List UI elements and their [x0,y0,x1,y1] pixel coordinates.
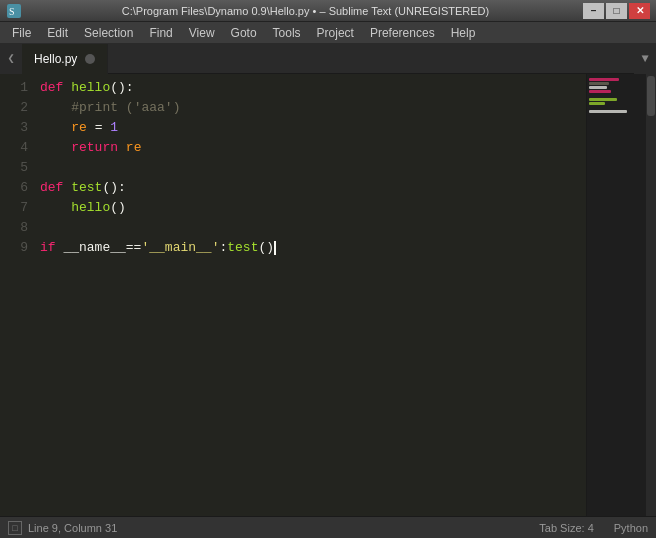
token-plain: = [87,120,110,135]
minimize-button[interactable]: – [583,3,604,19]
token-plain [40,200,71,215]
line-number-5: 5 [0,158,28,178]
svg-text:S: S [9,6,15,17]
editor: 123456789 def hello(): #print ('aaa') re… [0,74,656,516]
title-bar-text: C:\Program Files\Dynamo 0.9\Hello.py • –… [28,5,583,17]
line-number-4: 4 [0,138,28,158]
menu-item-edit[interactable]: Edit [39,24,76,42]
token-paren: (): [102,180,125,195]
token-paren: () [258,240,274,255]
menu-item-tools[interactable]: Tools [265,24,309,42]
menu-item-view[interactable]: View [181,24,223,42]
token-kw: def [40,180,71,195]
vertical-scrollbar[interactable] [646,74,656,516]
token-fn: test [71,180,102,195]
token-fn: hello [71,200,110,215]
active-tab[interactable]: Hello.py [22,44,108,74]
tab-nav-right[interactable]: ▼ [634,44,656,74]
code-line-8 [40,218,586,238]
status-left: □ Line 9, Column 31 [8,521,117,535]
tab-close-button[interactable] [85,54,95,64]
minimap-content [587,74,646,118]
token-string: '__main__' [141,240,219,255]
token-fn: test [227,240,258,255]
token-paren: (): [110,80,133,95]
tab-bar: ❮ Hello.py ▼ [0,44,656,74]
code-line-4: return re [40,138,586,158]
status-bar: □ Line 9, Column 31 Tab Size: 4 Python [0,516,656,538]
line-number-1: 1 [0,78,28,98]
tab-label: Hello.py [34,52,77,66]
menu-item-help[interactable]: Help [443,24,484,42]
token-plain [40,140,71,155]
cursor-position: Line 9, Column 31 [28,522,117,534]
minimap-line-7 [589,102,605,105]
minimap-line-3 [589,86,607,89]
code-line-9: if __name__=='__main__':test() [40,238,586,258]
minimap-line-4 [589,90,611,93]
token-kw: def [40,80,71,95]
menu-item-goto[interactable]: Goto [223,24,265,42]
minimap-line-2 [589,82,609,85]
app-icon: S [6,3,22,19]
line-number-6: 6 [0,178,28,198]
minimap [586,74,646,516]
menu-item-selection[interactable]: Selection [76,24,141,42]
token-var: re [71,120,87,135]
minimap-line-9 [589,110,627,113]
token-plain [40,120,71,135]
code-line-1: def hello(): [40,78,586,98]
minimap-line-6 [589,98,617,101]
line-number-3: 3 [0,118,28,138]
menu-bar: FileEditSelectionFindViewGotoToolsProjec… [0,22,656,44]
line-gutter: 123456789 [0,74,36,516]
tab-size: Tab Size: 4 [539,522,593,534]
token-plain [40,100,71,115]
token-kw: return [71,140,126,155]
scrollbar-thumb[interactable] [647,76,655,116]
token-paren: () [110,200,126,215]
token-fn: hello [71,80,110,95]
maximize-button[interactable]: □ [606,3,627,19]
code-line-2: #print ('aaa') [40,98,586,118]
line-number-2: 2 [0,98,28,118]
token-number: 1 [110,120,118,135]
status-right: Tab Size: 4 Python [539,522,648,534]
line-number-9: 9 [0,238,28,258]
token-var: re [126,140,142,155]
tab-nav-left[interactable]: ❮ [0,44,22,74]
token-plain: __name__== [63,240,141,255]
window-controls[interactable]: – □ ✕ [583,3,650,19]
code-area[interactable]: def hello(): #print ('aaa') re = 1 retur… [36,74,586,516]
close-button[interactable]: ✕ [629,3,650,19]
line-number-7: 7 [0,198,28,218]
language-mode: Python [614,522,648,534]
token-cursor [274,240,276,255]
token-comment: #print ('aaa') [71,100,180,115]
title-bar: S C:\Program Files\Dynamo 0.9\Hello.py •… [0,0,656,22]
code-line-3: re = 1 [40,118,586,138]
token-kw: if [40,240,63,255]
code-line-5 [40,158,586,178]
menu-item-find[interactable]: Find [141,24,180,42]
menu-item-file[interactable]: File [4,24,39,42]
code-line-6: def test(): [40,178,586,198]
line-number-8: 8 [0,218,28,238]
menu-item-preferences[interactable]: Preferences [362,24,443,42]
menu-item-project[interactable]: Project [309,24,362,42]
code-line-7: hello() [40,198,586,218]
minimap-line-1 [589,78,619,81]
status-icon: □ [8,521,22,535]
